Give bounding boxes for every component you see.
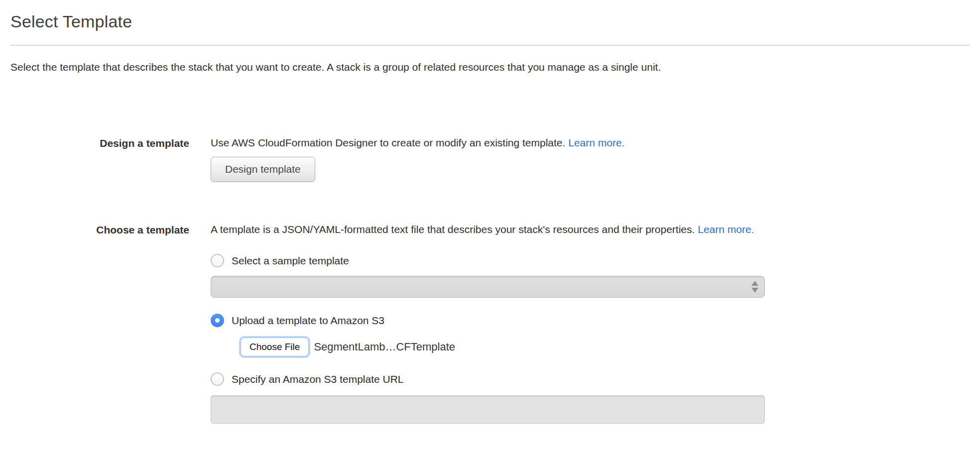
design-learn-more-link[interactable]: Learn more.	[568, 137, 624, 148]
radio-unselected-icon[interactable]	[211, 254, 224, 267]
choose-file-button[interactable]: Choose File	[241, 338, 309, 356]
choose-template-content: A template is a JSON/YAML-formatted text…	[211, 224, 970, 424]
upload-file-row: Choose File SegmentLamb…CFTemplate	[241, 338, 970, 356]
uploaded-file-name: SegmentLamb…CFTemplate	[314, 341, 455, 353]
option-label: Select a sample template	[232, 255, 349, 267]
chevron-down-icon	[751, 288, 758, 293]
s3-template-url-input[interactable]	[211, 395, 765, 424]
page-title: Select Template	[10, 12, 970, 31]
option-select-sample-template[interactable]: Select a sample template	[211, 254, 970, 267]
option-label: Specify an Amazon S3 template URL	[232, 373, 404, 385]
choose-template-label: Choose a template	[10, 224, 189, 424]
design-template-row: Design a template Use AWS CloudFormation…	[10, 137, 970, 182]
choose-template-row: Choose a template A template is a JSON/Y…	[10, 224, 970, 424]
design-template-button[interactable]: Design template	[211, 157, 315, 182]
select-template-form: Design a template Use AWS CloudFormation…	[10, 137, 970, 424]
title-divider	[10, 45, 970, 46]
design-template-description: Use AWS CloudFormation Designer to creat…	[211, 137, 565, 148]
option-label: Upload a template to Amazon S3	[232, 315, 384, 327]
choose-template-description: A template is a JSON/YAML-formatted text…	[211, 224, 695, 235]
select-template-page: Select Template Select the template that…	[0, 12, 980, 424]
option-specify-s3-url[interactable]: Specify an Amazon S3 template URL	[211, 372, 970, 386]
design-template-content: Use AWS CloudFormation Designer to creat…	[211, 137, 970, 182]
chevron-up-icon	[751, 281, 758, 286]
page-description: Select the template that describes the s…	[10, 61, 970, 73]
select-stepper-icon	[751, 281, 758, 293]
choose-learn-more-link[interactable]: Learn more.	[698, 224, 754, 235]
design-template-label: Design a template	[10, 137, 189, 182]
radio-unselected-icon[interactable]	[211, 372, 224, 386]
radio-selected-icon[interactable]	[211, 314, 224, 327]
option-upload-template-s3[interactable]: Upload a template to Amazon S3	[211, 314, 970, 327]
sample-template-select[interactable]	[211, 276, 765, 298]
